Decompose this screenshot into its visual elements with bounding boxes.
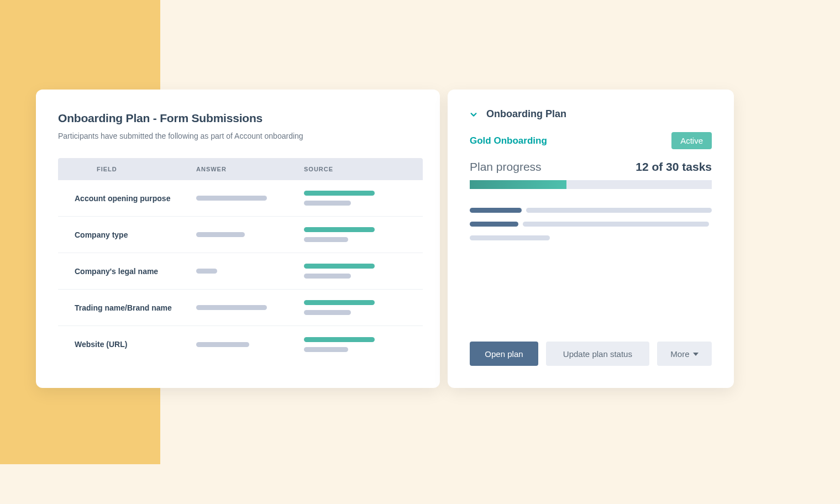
source-meta-placeholder [304,347,348,352]
answer-cell [196,232,304,237]
open-plan-button[interactable]: Open plan [470,342,538,366]
source-cell [304,191,423,206]
source-cell [304,227,423,242]
source-link-placeholder [304,337,375,342]
source-link-placeholder [304,227,375,232]
skeleton-bar [470,208,522,213]
plan-actions: Open plan Update plan status More [470,342,712,366]
source-meta-placeholder [304,274,351,279]
progress-count: 12 of 30 tasks [636,160,712,174]
answer-placeholder [196,305,267,310]
field-name: Account opening purpose [58,194,196,203]
more-button[interactable]: More [657,342,712,366]
card-title: Onboarding Plan - Form Submissions [58,112,423,125]
update-plan-status-button[interactable]: Update plan status [546,342,649,366]
table-row[interactable]: Company type [58,217,423,253]
plan-section-header[interactable]: Onboarding Plan [470,108,712,120]
source-cell [304,337,423,352]
source-meta-placeholder [304,201,351,206]
skeleton-bar [470,222,518,227]
progress-fill [470,180,566,189]
source-link-placeholder [304,191,375,196]
progress-bar [470,180,712,189]
submissions-table: FIELD ANSWER SOURCE Account opening purp… [58,158,423,363]
column-header-field: FIELD [58,166,196,172]
source-meta-placeholder [304,310,351,315]
status-badge: Active [671,132,712,149]
answer-placeholder [196,342,249,347]
answer-cell [196,305,304,310]
more-button-label: More [670,349,689,359]
plan-content-skeleton [470,208,712,240]
form-submissions-card: Onboarding Plan - Form Submissions Parti… [36,90,440,388]
field-name: Trading name/Brand name [58,303,196,312]
table-row[interactable]: Company's legal name [58,253,423,290]
field-name: Website (URL) [58,340,196,349]
source-cell [304,264,423,279]
skeleton-bar [523,222,709,227]
answer-cell [196,269,304,274]
source-cell [304,300,423,315]
answer-cell [196,196,304,201]
source-link-placeholder [304,264,375,269]
answer-cell [196,342,304,347]
skeleton-bar [470,235,550,240]
onboarding-plan-card: Onboarding Plan Gold Onboarding Active P… [448,90,734,388]
chevron-down-icon [470,111,477,118]
source-link-placeholder [304,300,375,305]
plan-name-link[interactable]: Gold Onboarding [470,135,547,146]
field-name: Company type [58,230,196,239]
answer-placeholder [196,269,217,274]
column-header-answer: ANSWER [196,166,304,172]
caret-down-icon [693,353,699,356]
skeleton-bar [526,208,712,213]
progress-label: Plan progress [470,160,542,174]
plan-section-title: Onboarding Plan [486,108,566,120]
table-row[interactable]: Trading name/Brand name [58,290,423,326]
column-header-source: SOURCE [304,166,423,172]
table-row[interactable]: Website (URL) [58,326,423,363]
table-header: FIELD ANSWER SOURCE [58,158,423,180]
card-subtitle: Participants have submitted the followin… [58,132,423,140]
answer-placeholder [196,196,267,201]
answer-placeholder [196,232,245,237]
source-meta-placeholder [304,237,348,242]
field-name: Company's legal name [58,267,196,276]
table-row[interactable]: Account opening purpose [58,180,423,217]
